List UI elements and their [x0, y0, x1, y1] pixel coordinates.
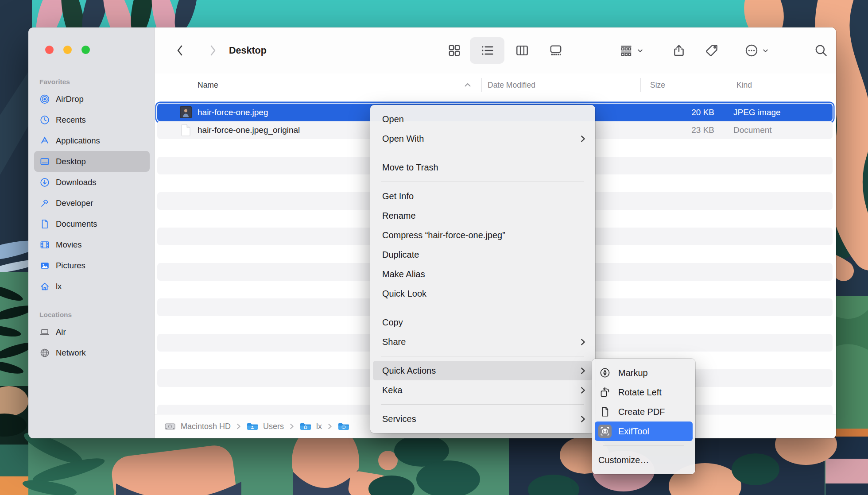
- clock-icon: [39, 115, 50, 125]
- file-size: 20 KB: [691, 104, 714, 121]
- menu-separator: [603, 445, 684, 446]
- sidebar-item-recents[interactable]: Recents: [34, 109, 150, 130]
- path-item-users[interactable]: Users: [247, 421, 284, 432]
- sidebar: Favorites AirDrop Recents Applications D…: [28, 27, 155, 438]
- window-title: Desktop: [229, 27, 267, 73]
- sidebar-item-home[interactable]: Air lx: [34, 276, 150, 297]
- menu-item-compress[interactable]: Compress “hair-force-one.jpeg”: [370, 225, 595, 245]
- exiftool-app-icon: [598, 425, 612, 438]
- list-view-icon: [480, 43, 495, 58]
- create-pdf-icon: [599, 406, 611, 418]
- menu-separator: [381, 308, 584, 308]
- submenu-item-label: ExifTool: [618, 426, 649, 437]
- submenu-chevron-icon: [581, 135, 585, 143]
- back-button[interactable]: [169, 27, 191, 73]
- zoom-button[interactable]: [81, 46, 90, 54]
- menu-separator: [381, 153, 584, 153]
- submenu-chevron-icon: [581, 338, 585, 346]
- film-icon: [39, 240, 50, 250]
- menu-item-label: Duplicate: [382, 250, 419, 260]
- icon-view-button[interactable]: [443, 27, 465, 73]
- submenu-item-label: Rotate Left: [618, 387, 662, 398]
- path-label: Macintosh HD: [181, 422, 231, 431]
- sidebar-item-air[interactable]: Air: [34, 321, 150, 342]
- sidebar-item-label: Pictures: [56, 261, 85, 271]
- sidebar-item-movies[interactable]: Movies: [34, 234, 150, 255]
- menu-item-share[interactable]: Share: [370, 332, 595, 352]
- menu-item-make-alias[interactable]: Make Alias: [370, 264, 595, 284]
- search-icon: [814, 43, 828, 58]
- sidebar-item-developer[interactable]: Developer: [34, 193, 150, 213]
- menu-item-open-with[interactable]: Open With: [370, 129, 595, 148]
- sidebar-item-pictures[interactable]: Pictures: [34, 255, 150, 276]
- column-header-date-modified[interactable]: Date Modified: [488, 73, 535, 97]
- sidebar-item-label: Desktop: [56, 157, 86, 166]
- column-header-name[interactable]: Name: [198, 73, 218, 97]
- chevron-down-icon: [762, 47, 769, 54]
- grid-view-icon: [447, 43, 461, 58]
- submenu-item-exiftool[interactable]: ExifTool: [595, 422, 693, 441]
- column-divider[interactable]: [727, 78, 727, 92]
- submenu-item-customize[interactable]: Customize…: [592, 450, 695, 470]
- sidebar-item-label: Movies: [56, 240, 82, 250]
- menu-item-quick-look[interactable]: Quick Look: [370, 284, 595, 303]
- path-item-desktop[interactable]: [338, 421, 354, 432]
- forward-button[interactable]: [202, 27, 224, 73]
- column-view-button[interactable]: [511, 27, 533, 73]
- menu-item-services[interactable]: Services: [370, 409, 595, 429]
- gallery-view-button[interactable]: [545, 27, 567, 73]
- submenu-item-rotate-left[interactable]: Rotate Left: [592, 383, 695, 402]
- sidebar-item-label: Developer: [56, 198, 93, 208]
- sidebar-item-desktop[interactable]: Desktop: [34, 151, 150, 172]
- more-actions-button[interactable]: [736, 27, 778, 73]
- file-name: hair-force-one.jpeg: [198, 104, 268, 121]
- column-header-kind[interactable]: Kind: [736, 73, 752, 97]
- menu-item-copy[interactable]: Copy: [370, 313, 595, 332]
- globe-icon: [39, 348, 50, 358]
- menu-item-duplicate[interactable]: Duplicate: [370, 245, 595, 264]
- submenu-item-markup[interactable]: Markup: [592, 363, 695, 383]
- column-divider[interactable]: [481, 78, 482, 92]
- chevron-down-icon: [636, 47, 644, 54]
- path-separator-icon: [290, 423, 294, 429]
- file-kind: Document: [733, 121, 772, 139]
- menu-item-label: Quick Actions: [382, 366, 436, 376]
- menu-item-open[interactable]: Open: [370, 109, 595, 129]
- menu-item-keka[interactable]: Keka: [370, 380, 595, 400]
- sidebar-item-documents[interactable]: Documents: [34, 213, 150, 234]
- minimize-button[interactable]: [63, 46, 72, 54]
- menu-separator: [381, 356, 584, 356]
- search-button[interactable]: [810, 27, 832, 73]
- close-button[interactable]: [45, 46, 54, 54]
- sidebar-item-label: Applications: [56, 136, 100, 146]
- sidebar-item-label: Air: [56, 327, 66, 337]
- submenu-item-create-pdf[interactable]: Create PDF: [592, 402, 695, 422]
- sidebar-item-applications[interactable]: Applications: [34, 130, 150, 151]
- sidebar-item-downloads[interactable]: Downloads: [34, 172, 150, 193]
- gallery-view-icon: [549, 43, 563, 58]
- sidebar-item-label: AirDrop: [56, 94, 84, 104]
- column-header-size[interactable]: Size: [650, 73, 665, 97]
- tag-button[interactable]: [701, 27, 723, 73]
- sidebar-item-network[interactable]: Network: [34, 342, 150, 363]
- menu-item-quick-actions[interactable]: Quick Actions: [373, 361, 593, 380]
- menu-item-get-info[interactable]: Get Info: [370, 186, 595, 206]
- submenu-chevron-icon: [581, 367, 585, 375]
- path-item-lx[interactable]: lx: [300, 421, 322, 432]
- folder-home-icon: [300, 421, 311, 432]
- group-button[interactable]: [611, 27, 652, 73]
- menu-item-label: Open: [382, 114, 404, 124]
- image-thumbnail-icon: [180, 106, 192, 118]
- list-view-button[interactable]: [470, 27, 504, 73]
- column-divider[interactable]: [640, 78, 641, 92]
- sidebar-item-label: lx: [56, 282, 62, 291]
- share-button[interactable]: [668, 27, 690, 73]
- menu-item-rename[interactable]: Rename: [370, 206, 595, 225]
- menu-item-label: Open With: [382, 134, 424, 144]
- submenu-chevron-icon: [581, 415, 585, 423]
- sidebar-item-airdrop[interactable]: AirDrop: [34, 89, 150, 109]
- markup-pen-icon: [599, 367, 611, 379]
- submenu-chevron-icon: [581, 387, 585, 394]
- menu-item-move-to-trash[interactable]: Move to Trash: [370, 158, 595, 177]
- path-item-macintosh-hd[interactable]: Macintosh HD: [164, 421, 231, 432]
